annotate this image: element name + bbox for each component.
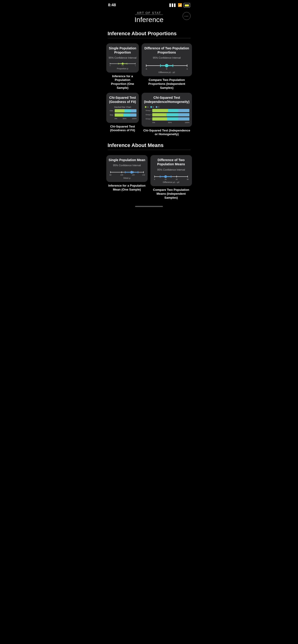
bar-track-group1 (152, 109, 189, 112)
chi-gof-title: Chi-Squared Test (Goodness of Fit) (109, 96, 137, 104)
bar-track-group3 (152, 117, 189, 120)
single-mean-card[interactable]: Single Population Mean 95% Confidence In… (106, 155, 148, 182)
chi-indep-chart: A B C Group 1 (144, 106, 189, 124)
svg-text:140: 140 (142, 174, 145, 176)
status-bar: 8:48 ▋▋▋ 📶 (104, 0, 195, 9)
means-cards-grid: Single Population Mean 95% Confidence In… (104, 155, 195, 200)
single-proportion-subtitle: 95% Confidence Interval (109, 56, 137, 59)
single-proportion-title: Single Population Proportion (109, 46, 137, 54)
battery-icon (184, 3, 190, 8)
diff-proportion-axis-label: Difference p1 - p2 (144, 71, 189, 74)
legend-label-a: A (147, 106, 148, 108)
bar-axis-gof: 0%50%100% (115, 118, 137, 120)
bar-label-group1: Group 1 (144, 110, 151, 111)
single-proportion-axis-label: Proportion p (109, 68, 137, 70)
proportions-section-header: Inference About Proportions (104, 28, 195, 43)
svg-text:0.5: 0.5 (122, 65, 124, 66)
svg-text:0: 0 (166, 68, 168, 70)
bar-row-group1: Group 1 (144, 109, 189, 112)
diff-mean-axis-label: Difference μ1 - μ2 (153, 181, 190, 183)
single-mean-chart: 80 100 120 140 (109, 168, 146, 176)
svg-text:0: 0 (154, 178, 155, 180)
svg-text:100: 100 (120, 174, 123, 176)
svg-text:1: 1 (187, 68, 188, 70)
bar-axis-indep: 0%50%100% (152, 122, 189, 124)
svg-text:20: 20 (176, 178, 178, 180)
svg-text:1: 1 (135, 65, 136, 66)
proportions-cards-grid: Single Population Proportion 95% Confide… (104, 43, 195, 136)
chi-gof-card[interactable]: Chi-Squared Test (Goodness of Fit) Stack… (106, 93, 139, 123)
chi-gof-card-label: Chi-Squared Test (Goodness of Fit) (106, 125, 139, 132)
app-name: Art of Stat (108, 11, 190, 14)
menu-button[interactable]: ··· (183, 12, 191, 20)
single-proportion-card[interactable]: Single Population Proportion 95% Confide… (106, 43, 139, 72)
bar-label-group2: Group 2 (144, 114, 151, 116)
legend-item-b: B (150, 106, 154, 108)
single-mean-title: Single Population Mean (109, 158, 146, 162)
svg-text:30: 30 (187, 178, 188, 180)
single-proportion-wrapper: Single Population Proportion 95% Confide… (106, 43, 139, 90)
wifi-icon: 📶 (178, 3, 182, 7)
svg-text:80: 80 (109, 174, 111, 176)
home-indicator-area (104, 202, 195, 209)
diff-mean-subtitle: 95% Confidence Interval (153, 168, 190, 171)
legend-item-a: A (145, 106, 148, 108)
single-mean-card-label: Inference for a Population Mean (One Sam… (106, 184, 148, 192)
svg-point-43 (164, 175, 167, 178)
ellipsis-icon: ··· (184, 14, 188, 18)
legend-label-c: C (158, 106, 159, 108)
bar-row-group3: Group 3 (144, 117, 189, 120)
diff-mean-title: Difference of Two Population Means (153, 158, 190, 166)
chi-gof-chart: Stacked Bar Chart Obs. Exp. (109, 106, 137, 120)
proportions-section-divider (108, 38, 191, 38)
chi-gof-wrapper: Chi-Squared Test (Goodness of Fit) Stack… (106, 93, 139, 136)
chi-indep-title: Chi-Squared Test (Independence/Homogenei… (144, 96, 189, 104)
diff-proportion-wrapper: Difference of Two Population Proportions… (142, 43, 192, 90)
svg-point-18 (165, 64, 168, 68)
chi-indep-card[interactable]: Chi-Squared Test (Independence/Homogenei… (142, 93, 192, 126)
single-proportion-card-label: Inference for a Population Proportion (O… (106, 74, 139, 90)
chi-indep-legend: A B C (144, 106, 189, 108)
diff-proportion-chart: -1 0 1 (144, 60, 189, 71)
home-indicator (135, 206, 163, 207)
status-time: 8:48 (108, 3, 116, 8)
diff-mean-card-label: Compare Two Population Means (Independen… (150, 188, 192, 200)
diff-proportion-title: Difference of Two Population Proportions (144, 46, 189, 54)
bar-row-group2: Group 2 (144, 113, 189, 116)
svg-point-30 (130, 171, 133, 174)
bar-row-exp: Exp. (109, 113, 137, 116)
diff-mean-chart: 0 10 20 30 (153, 172, 190, 181)
bar-row-obs: Obs. (109, 109, 137, 112)
app-section-title: Inference (108, 16, 190, 24)
legend-label-b: B (153, 106, 154, 108)
single-proportion-chart: 0 0.5 1 (109, 60, 137, 67)
single-mean-subtitle: 95% Confidence Interval (109, 164, 146, 167)
legend-item-c: C (156, 106, 159, 108)
status-icons: ▋▋▋ 📶 (169, 3, 190, 8)
diff-mean-wrapper: Difference of Two Population Means 95% C… (150, 155, 192, 200)
means-section-header: Inference About Means (104, 140, 195, 155)
bar-label-obs: Obs. (109, 110, 114, 112)
bar-label-exp: Exp. (109, 114, 114, 116)
chi-gof-chart-title: Stacked Bar Chart (109, 106, 137, 108)
chi-indep-wrapper: Chi-Squared Test (Independence/Homogenei… (142, 93, 192, 136)
svg-text:120: 120 (132, 174, 134, 176)
means-section-title: Inference About Means (108, 142, 191, 148)
single-mean-axis-label: Mean μ (109, 177, 146, 179)
svg-text:10: 10 (165, 178, 166, 180)
means-section-divider (108, 150, 191, 150)
diff-proportion-card-label: Compare Two Population Proportions (Inde… (142, 78, 192, 90)
bar-track-obs (115, 109, 137, 112)
diff-proportion-card[interactable]: Difference of Two Population Proportions… (142, 43, 192, 76)
svg-text:-1: -1 (145, 68, 147, 70)
single-mean-wrapper: Single Population Mean 95% Confidence In… (106, 155, 148, 200)
app-header: Art of Stat Inference ··· (104, 9, 195, 28)
diff-mean-card[interactable]: Difference of Two Population Means 95% C… (150, 155, 192, 186)
chi-indep-card-label: Chi-Squared Test (Independence or Homoge… (142, 129, 192, 136)
diff-proportion-subtitle: 95% Confidence Interval (144, 56, 189, 59)
bar-label-group3: Group 3 (144, 118, 151, 120)
bar-track-group2 (152, 113, 189, 116)
bar-track-exp (115, 113, 137, 116)
proportions-section-title: Inference About Proportions (108, 30, 191, 37)
svg-point-7 (121, 62, 123, 65)
